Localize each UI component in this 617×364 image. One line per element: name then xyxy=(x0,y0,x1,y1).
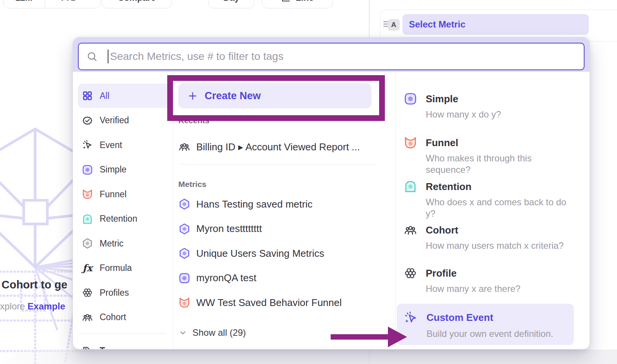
retention-icon xyxy=(404,180,417,193)
metrics-header: Metrics xyxy=(178,179,395,190)
panel-divider-line xyxy=(369,350,370,364)
type-option-simple[interactable]: Simple How many x do y? xyxy=(404,91,574,120)
sidebar-item-funnel[interactable]: Funnel xyxy=(78,182,170,206)
content-background-band xyxy=(0,350,617,364)
line-chart-type-button[interactable]: Line xyxy=(262,0,333,8)
type-option-cohort[interactable]: Cohort How many users match x criteria? xyxy=(404,222,574,251)
chevron-down-icon xyxy=(178,328,187,337)
formula-icon: ƒx xyxy=(82,263,93,274)
sidebar-item-formula[interactable]: ƒx Formula xyxy=(78,256,170,280)
app-screenshot: Cohort to ge xplore Example 12M YTD Comp… xyxy=(0,0,617,364)
chevron-down-icon xyxy=(79,0,86,1)
metric-list-item[interactable]: Unique Users Saving Metrics xyxy=(178,241,395,266)
sidebar-item-tags-clipped[interactable]: T xyxy=(78,339,170,350)
simple-metric-icon xyxy=(82,164,93,176)
sidebar-item-metric[interactable]: Metric xyxy=(78,231,170,256)
type-option-retention[interactable]: Retention Who does x and comes back to d… xyxy=(404,179,574,219)
metric-list-item[interactable]: WW Test Saved Behavior Funnel xyxy=(178,290,395,315)
annotation-arrow xyxy=(331,327,407,347)
tag-icon xyxy=(82,345,93,350)
retention-icon xyxy=(82,213,93,225)
day-granularity-button[interactable]: Day xyxy=(208,0,254,8)
sidebar-divider xyxy=(79,333,166,333)
background-subtext-gray: xplore xyxy=(0,301,27,311)
type-option-custom-event[interactable]: Custom Event Build your own event defini… xyxy=(397,304,574,345)
metric-hexagon-icon xyxy=(82,238,93,249)
saved-metric-icon xyxy=(178,247,191,259)
sidebar-item-retention[interactable]: Retention xyxy=(78,207,170,231)
line-chart-icon xyxy=(281,0,291,3)
range-12m-button[interactable]: 12M xyxy=(3,0,45,8)
recent-item[interactable]: Billing ID ▸ Account Viewed Report ... xyxy=(178,136,395,158)
search-icon xyxy=(86,51,98,62)
verified-badge-icon xyxy=(82,115,93,126)
funnel-icon xyxy=(178,296,191,309)
sidebar-item-all[interactable]: All xyxy=(78,84,170,108)
background-heading: Cohort to ge xyxy=(2,279,67,291)
annotation-rectangle xyxy=(167,75,385,121)
category-sidebar: All Verified Event Simple Funnel Retenti… xyxy=(73,72,173,349)
saved-metric-icon xyxy=(178,223,191,235)
range-ytd-button[interactable]: YTD xyxy=(45,0,101,8)
cohort-icon xyxy=(82,312,93,323)
sidebar-item-event[interactable]: Event xyxy=(78,133,170,157)
date-range-segmented-control: 12M YTD xyxy=(3,0,101,8)
cohort-icon xyxy=(178,141,191,153)
metric-list-item[interactable]: Hans Testing saved metric xyxy=(178,192,395,217)
example-link[interactable]: Example xyxy=(27,301,65,311)
metrics-list: Hans Testing saved metric Myron testtttt… xyxy=(178,192,395,315)
profiles-icon xyxy=(82,287,93,298)
sidebar-item-simple[interactable]: Simple xyxy=(78,158,170,182)
cohort-icon xyxy=(404,223,417,237)
simple-metric-icon xyxy=(404,92,417,106)
event-cursor-icon xyxy=(82,139,93,151)
panel-divider-line xyxy=(369,0,370,37)
section-divider xyxy=(178,164,375,164)
sidebar-item-profiles[interactable]: Profiles xyxy=(78,280,170,305)
grid-icon xyxy=(82,90,93,101)
funnel-icon xyxy=(404,136,417,150)
profiles-icon xyxy=(404,266,417,280)
sidebar-item-verified[interactable]: Verified xyxy=(78,108,170,133)
metric-a-badge[interactable]: A xyxy=(388,19,400,31)
event-cursor-icon xyxy=(404,311,418,325)
sidebar-item-cohort[interactable]: Cohort xyxy=(78,305,170,330)
funnel-icon xyxy=(82,188,93,200)
select-metric-pill[interactable]: Select Metric xyxy=(402,14,589,35)
background-subtext: xplore Example xyxy=(0,301,65,312)
simple-metric-icon xyxy=(178,272,191,284)
metric-list-item[interactable]: Myron testttttttt xyxy=(178,217,395,242)
saved-metric-icon xyxy=(178,198,191,210)
metric-list-item[interactable]: myronQA test xyxy=(178,266,395,291)
type-option-funnel[interactable]: Funnel Who makes it through this sequenc… xyxy=(404,135,574,176)
compare-button[interactable]: Compare xyxy=(102,0,172,8)
metric-types-column: Simple How many x do y? Funnel Who makes… xyxy=(395,37,590,349)
type-option-profile[interactable]: Profile How many x are there? xyxy=(404,266,574,295)
